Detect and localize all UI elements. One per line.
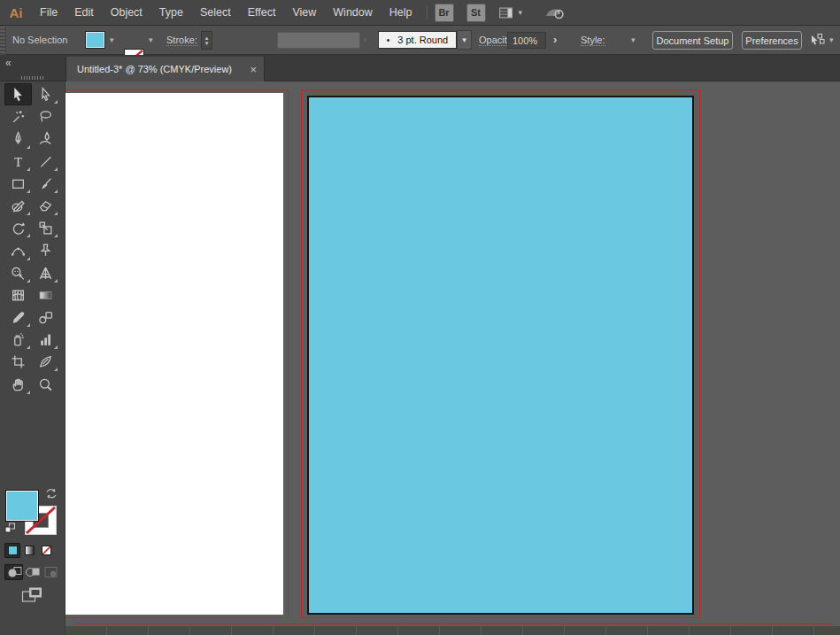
style-panel-link[interactable]: Style: xyxy=(581,35,605,46)
change-screen-mode-icon[interactable] xyxy=(21,586,44,604)
document-tab[interactable]: Untitled-3* @ 73% (CMYK/Preview) × xyxy=(66,57,265,81)
fill-chevron-icon[interactable]: ▾ xyxy=(110,36,114,44)
menu-file[interactable]: File xyxy=(32,0,66,26)
zoom-tool[interactable] xyxy=(32,373,59,395)
curvature-tool[interactable] xyxy=(32,128,59,150)
fill-proxy-swatch[interactable] xyxy=(5,490,39,522)
line-segment-tool[interactable] xyxy=(32,151,59,173)
document-tab-title: Untitled-3* @ 73% (CMYK/Preview) xyxy=(77,64,244,74)
paintbrush-tool[interactable] xyxy=(32,173,59,195)
menu-view[interactable]: View xyxy=(284,0,324,26)
none-button[interactable] xyxy=(38,543,54,558)
cs-live-button[interactable] xyxy=(543,4,566,20)
control-bar: No Selection ▾ ▾ Stroke: ▴ ▾ ▾ ▾ • 3 pt.… xyxy=(0,26,840,55)
brush-dot-icon: • xyxy=(387,35,390,45)
draw-normal-mode-button[interactable] xyxy=(4,564,23,580)
bottom-partial-bar xyxy=(66,626,840,635)
menu-help[interactable]: Help xyxy=(381,0,420,26)
chevron-down-icon: ▾ xyxy=(519,9,523,17)
selection-options-icon[interactable] xyxy=(808,32,826,48)
brush-dropdown-button[interactable]: ▾ xyxy=(457,30,472,50)
scale-tool[interactable] xyxy=(32,217,59,239)
default-fill-stroke-icon[interactable] xyxy=(4,523,16,534)
type-tool[interactable]: T xyxy=(4,151,32,173)
eraser-tool[interactable] xyxy=(32,195,59,217)
magic-wand-tool[interactable] xyxy=(4,105,32,128)
menu-type[interactable]: Type xyxy=(151,0,191,26)
column-graph-tool[interactable] xyxy=(32,329,59,351)
st-button[interactable]: St xyxy=(466,4,486,22)
gradient-chip xyxy=(25,546,35,555)
stepper-down-icon: ▾ xyxy=(205,41,209,46)
artboard-tool[interactable] xyxy=(4,351,32,373)
artboard-1 xyxy=(66,93,283,615)
menu-window[interactable]: Window xyxy=(325,0,380,26)
chevron-down-icon: ▾ xyxy=(462,36,466,44)
swap-fill-stroke-icon[interactable] xyxy=(44,487,58,500)
perspective-grid-tool[interactable] xyxy=(32,262,59,284)
mesh-tool[interactable] xyxy=(4,284,32,306)
rotate-tool[interactable] xyxy=(4,217,32,239)
menubar-divider xyxy=(427,5,428,19)
gradient-tool[interactable] xyxy=(32,284,59,306)
workspace-layout-icon xyxy=(498,6,513,19)
canvas-area[interactable] xyxy=(66,81,840,635)
menu-object[interactable]: Object xyxy=(103,0,150,26)
menu-bar: Ai FileEditObjectTypeSelectEffectViewWin… xyxy=(0,0,840,26)
selection-status: No Selection xyxy=(12,35,67,45)
bottom-bleed-guide xyxy=(74,623,832,624)
pencil-tool[interactable] xyxy=(4,195,32,217)
width-tool[interactable] xyxy=(4,239,32,261)
document-tab-bar: « Untitled-3* @ 73% (CMYK/Preview) × xyxy=(0,55,840,81)
direct-selection-tool[interactable] xyxy=(32,83,59,105)
gradient-button[interactable] xyxy=(21,543,37,558)
menu-edit[interactable]: Edit xyxy=(66,0,102,26)
rectangle-tool[interactable] xyxy=(4,173,32,195)
brush-definition-dropdown[interactable]: • 3 pt. Round xyxy=(378,31,457,49)
stroke-chevron-icon[interactable]: ▾ xyxy=(149,36,153,44)
menu-effect[interactable]: Effect xyxy=(240,0,284,26)
none-chip xyxy=(42,546,51,555)
symbol-sprayer-tool[interactable] xyxy=(4,329,32,351)
selection-tool[interactable] xyxy=(4,83,32,105)
stroke-width-stepper[interactable]: ▴ ▾ xyxy=(201,31,212,50)
illustrator-logo: Ai xyxy=(0,5,32,20)
workspace-switcher[interactable]: ▾ xyxy=(498,6,523,19)
tools-panel-grip[interactable] xyxy=(21,76,45,80)
cs-live-icon xyxy=(543,4,566,20)
menu-items: FileEditObjectTypeSelectEffectViewWindow… xyxy=(32,0,421,26)
lasso-tool[interactable] xyxy=(32,105,59,128)
shape-builder-tool[interactable] xyxy=(4,262,32,284)
preferences-button[interactable]: Preferences xyxy=(742,31,802,50)
draw-behind-mode-button[interactable] xyxy=(23,564,42,580)
close-tab-icon[interactable]: × xyxy=(250,64,257,75)
puppet-warp-tool[interactable] xyxy=(32,239,59,261)
opacity-input[interactable]: 100% xyxy=(507,32,546,49)
br-button[interactable]: Br xyxy=(435,4,454,22)
blend-tool[interactable] xyxy=(32,306,59,329)
control-bar-grip[interactable] xyxy=(0,26,6,55)
width-profile-chevron-icon: ▾ xyxy=(363,36,367,44)
tool-grid: T xyxy=(4,83,59,396)
opacity-value: 100% xyxy=(512,35,537,46)
color-button[interactable] xyxy=(4,543,20,558)
eyedropper-tool[interactable] xyxy=(4,306,32,329)
pen-tool[interactable] xyxy=(4,128,32,150)
document-setup-button[interactable]: Document Setup xyxy=(652,31,733,50)
opacity-expand-icon[interactable]: › xyxy=(553,33,557,46)
chevron-down-icon[interactable]: ▾ xyxy=(829,36,834,44)
menu-select[interactable]: Select xyxy=(192,0,239,26)
artboard-2-cyan-rectangle xyxy=(307,96,694,615)
hand-tool[interactable] xyxy=(4,373,32,395)
color-chip xyxy=(8,546,18,555)
appbar-buttons: BrSt xyxy=(435,4,498,22)
slice-tool[interactable] xyxy=(32,351,59,373)
svg-text:T: T xyxy=(14,154,22,168)
draw-inside-mode-button xyxy=(42,564,60,580)
tools-panel: T xyxy=(0,81,66,635)
fill-color-swatch[interactable] xyxy=(85,31,105,49)
stroke-panel-link[interactable]: Stroke: xyxy=(166,35,197,46)
collapse-panels-icon[interactable]: « xyxy=(5,57,12,69)
style-chevron-icon[interactable]: ▾ xyxy=(631,36,636,44)
variable-width-profile-dropdown xyxy=(277,32,360,49)
